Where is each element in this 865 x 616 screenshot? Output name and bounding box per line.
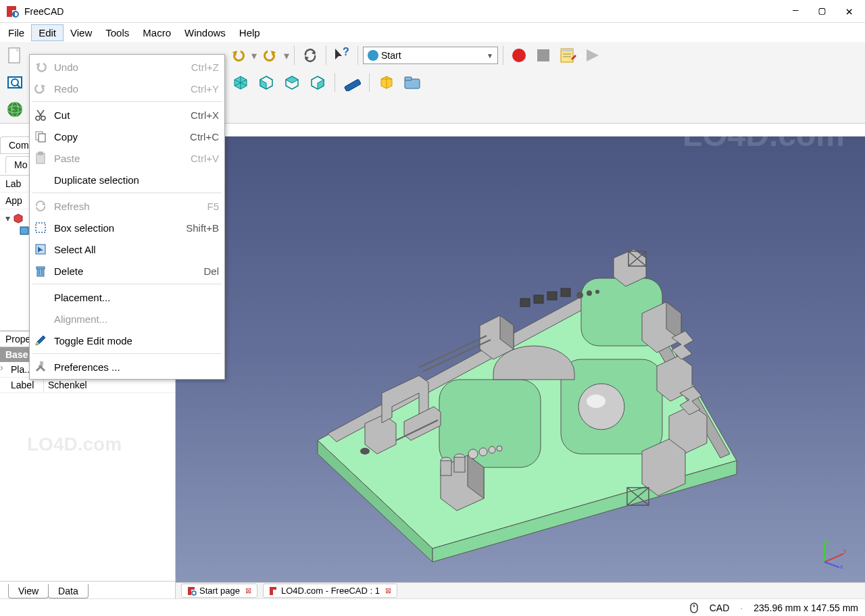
close-icon[interactable]: ⊠ [385,586,391,595]
start-workbench-icon [368,50,378,61]
menu-paste[interactable]: PasteCtrl+V [30,147,224,169]
menu-help[interactable]: Help [232,25,267,41]
menu-cut[interactable]: CutCtrl+X [30,104,224,126]
menu-undo[interactable]: UndoCtrl+Z [30,56,224,78]
edit-menu-dropdown: UndoCtrl+Z RedoCtrl+Y CutCtrl+X CopyCtrl… [29,54,225,380]
svg-point-81 [497,446,502,451]
undo-button[interactable] [227,45,249,66]
prop-row-label[interactable]: Label Schenkel [0,378,175,393]
web-button[interactable] [4,99,26,120]
svg-rect-49 [439,380,541,467]
folder-button[interactable] [401,72,423,93]
menu-select-all[interactable]: Select All [30,238,224,260]
svg-rect-13 [537,49,549,61]
svg-marker-19 [587,49,599,61]
copy-icon [32,128,49,145]
svg-point-60 [595,290,599,294]
menu-macro[interactable]: Macro [136,25,178,41]
macro-play-button[interactable] [581,45,603,66]
3d-viewport[interactable]: LO4D.com z y x [176,136,865,582]
status-bar: CAD · 235.96 mm x 147.55 mm [0,598,865,616]
svg-rect-101 [188,587,195,590]
top-view-button[interactable] [281,72,303,93]
part-button[interactable] [376,72,397,93]
svg-marker-28 [260,80,266,89]
prop-tab-data[interactable]: Data [48,584,89,598]
3d-model [264,150,777,569]
svg-point-53 [587,394,606,408]
iso-view-button[interactable] [230,72,251,93]
front-view-button[interactable] [255,72,277,93]
menu-preferences[interactable]: Preferences ... [30,356,224,378]
macro-record-button[interactable] [508,45,530,66]
svg-rect-116 [39,152,43,155]
select-all-icon [32,241,49,257]
maximize-button[interactable]: ▢ [819,4,826,18]
menu-windows[interactable]: Windows [178,25,232,41]
svg-point-80 [489,446,495,453]
svg-rect-15 [561,49,573,51]
doc-tab-model[interactable]: LO4D.com - FreeCAD : 1 ⊠ [263,584,397,598]
refresh-button[interactable] [299,45,321,66]
close-button[interactable]: × [845,4,853,18]
menu-alignment[interactable]: Alignment... [30,308,224,330]
macro-stop-button[interactable] [533,45,554,66]
prop-tab-view[interactable]: View [8,584,49,598]
menu-redo[interactable]: RedoCtrl+Y [30,78,224,99]
menu-toggle-edit[interactable]: Toggle Edit mode [30,330,224,351]
menu-copy[interactable]: CopyCtrl+C [30,126,224,147]
refresh-icon [32,198,49,214]
paste-icon [32,150,49,166]
doc-tab-start[interactable]: Start page ⊠ [181,584,257,598]
new-button[interactable] [4,45,26,66]
menu-view[interactable]: View [64,25,99,41]
measure-button[interactable] [341,72,363,93]
title-bar: FreeCAD — ▢ × [0,0,865,23]
menu-box-selection[interactable]: Box selectionShift+B [30,217,224,238]
nav-mode[interactable]: CAD [710,602,730,613]
menu-file[interactable]: File [1,25,31,41]
svg-point-93 [360,448,370,455]
svg-line-96 [824,554,843,562]
menu-refresh[interactable]: RefreshF5 [30,195,224,217]
prefs-icon [32,359,49,375]
svg-rect-54 [520,299,530,307]
svg-text:x: x [840,563,843,569]
menu-edit[interactable]: Edit [31,24,64,41]
redo-button[interactable] [260,45,281,66]
cut-icon [32,107,49,123]
svg-point-78 [468,449,478,459]
svg-rect-121 [37,268,44,276]
svg-marker-42 [14,214,22,223]
menu-duplicate[interactable]: Duplicate selection [30,169,224,190]
svg-rect-75 [441,461,451,476]
workbench-selector[interactable]: Start ▼ [363,47,498,64]
box-select-icon [32,220,49,236]
svg-marker-32 [318,80,324,89]
close-icon[interactable]: ⊠ [245,586,251,595]
whatsthis-button[interactable]: ? [331,45,353,66]
undo-icon [32,59,49,75]
right-view-button[interactable] [307,72,328,93]
menu-placement[interactable]: Placement... [30,286,224,308]
macro-edit-button[interactable] [557,45,578,66]
delete-icon [32,263,49,279]
svg-point-58 [576,292,583,299]
svg-rect-118 [36,223,45,232]
svg-point-59 [587,290,592,296]
fit-all-button[interactable] [4,72,26,93]
axis-indicator: z y x [818,535,851,569]
redo-icon [32,80,49,97]
svg-rect-43 [20,227,28,234]
svg-rect-122 [36,267,45,269]
menu-tools[interactable]: Tools [99,25,136,41]
svg-text:z: z [826,538,830,544]
svg-rect-1 [7,6,16,10]
svg-rect-57 [561,288,570,297]
svg-rect-55 [534,295,543,303]
menu-delete[interactable]: DeleteDel [30,260,224,282]
svg-rect-3 [14,12,15,16]
minimize-button[interactable]: — [793,4,798,18]
svg-marker-10 [335,49,342,59]
app-icon [5,5,19,18]
